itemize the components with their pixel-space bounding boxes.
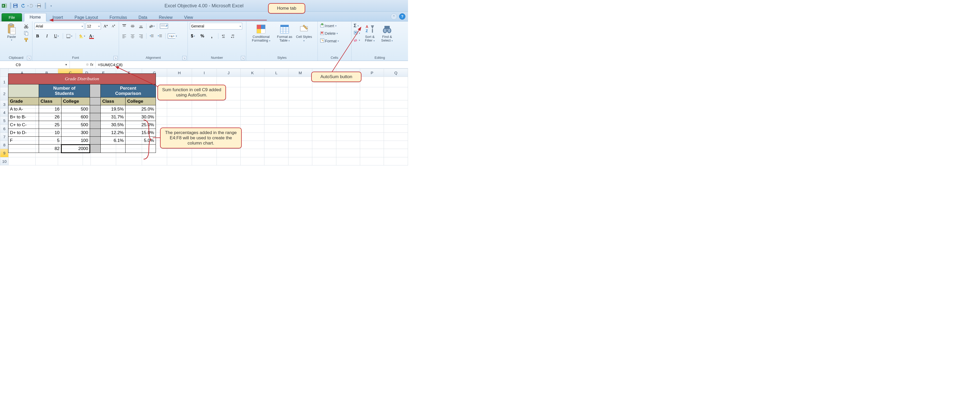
row-header-10[interactable]: 10 bbox=[0, 157, 9, 165]
cell-M7[interactable] bbox=[288, 133, 312, 141]
row-header-5[interactable]: 5 bbox=[0, 117, 9, 125]
cell-K9[interactable] bbox=[240, 149, 264, 157]
data-class-4[interactable]: 5 bbox=[39, 137, 62, 144]
cell-A10[interactable] bbox=[9, 157, 35, 165]
cell-H4[interactable] bbox=[167, 108, 192, 117]
data-grade-2[interactable]: C+ to C- bbox=[8, 121, 39, 129]
delete-cells-button[interactable]: Delete▾ bbox=[320, 30, 339, 36]
qat-customize-icon[interactable]: ▾ bbox=[49, 3, 53, 9]
cell-I10[interactable] bbox=[192, 157, 216, 165]
data-class-3[interactable]: 10 bbox=[39, 129, 62, 137]
cell-O9[interactable] bbox=[336, 149, 360, 157]
format-as-table-button[interactable]: Format as Table ▾ bbox=[274, 22, 295, 43]
cell-K3[interactable] bbox=[240, 100, 264, 108]
cell-L4[interactable] bbox=[264, 108, 288, 117]
cell-N6[interactable] bbox=[312, 125, 336, 133]
cell-P9[interactable] bbox=[360, 149, 384, 157]
data-college-2[interactable]: 500 bbox=[61, 121, 90, 129]
cell-N9[interactable] bbox=[312, 149, 336, 157]
cell-Q6[interactable] bbox=[384, 125, 408, 133]
cell-O10[interactable] bbox=[336, 157, 360, 165]
align-center-icon[interactable] bbox=[129, 33, 136, 39]
data-college-3[interactable]: 300 bbox=[61, 129, 90, 137]
minimize-ribbon-icon[interactable]: ^ bbox=[391, 13, 397, 20]
cell-P5[interactable] bbox=[360, 117, 384, 125]
cell-H5[interactable] bbox=[167, 117, 192, 125]
name-box[interactable]: C9 ▼ bbox=[0, 61, 70, 68]
cell-O4[interactable] bbox=[336, 108, 360, 117]
row-header-4[interactable]: 4 bbox=[0, 108, 9, 117]
cell-J3[interactable] bbox=[216, 100, 240, 108]
alignment-launcher-icon[interactable]: ↘ bbox=[182, 56, 186, 60]
cell-P10[interactable] bbox=[360, 157, 384, 165]
data-grade-1[interactable]: B+ to B- bbox=[8, 113, 39, 121]
data-college-0[interactable]: 500 bbox=[61, 105, 90, 113]
wrap-text-icon[interactable] bbox=[159, 23, 169, 29]
data-pct-class-4[interactable]: 6.1% bbox=[101, 137, 126, 144]
cell-I9[interactable] bbox=[192, 149, 216, 157]
column-header-I[interactable]: I bbox=[192, 69, 216, 77]
column-header-Q[interactable]: Q bbox=[384, 69, 408, 77]
cell-Q7[interactable] bbox=[384, 133, 408, 141]
redo-icon[interactable] bbox=[28, 3, 34, 9]
data-college-1[interactable]: 600 bbox=[61, 113, 90, 121]
clear-button[interactable]: ▾ bbox=[353, 38, 360, 43]
copy-icon[interactable] bbox=[23, 30, 29, 36]
cell-Q10[interactable] bbox=[384, 157, 408, 165]
tab-view[interactable]: View bbox=[179, 14, 198, 21]
cell-N7[interactable] bbox=[312, 133, 336, 141]
paste-dropdown-icon[interactable]: ▾ bbox=[11, 39, 12, 41]
tab-formulas[interactable]: Formulas bbox=[104, 14, 132, 21]
cell-M8[interactable] bbox=[288, 141, 312, 149]
cell-D10[interactable] bbox=[83, 157, 91, 165]
cell-N10[interactable] bbox=[312, 157, 336, 165]
cell-N3[interactable] bbox=[312, 100, 336, 108]
cell-H10[interactable] bbox=[167, 157, 192, 165]
cell-Q8[interactable] bbox=[384, 141, 408, 149]
cell-M3[interactable] bbox=[288, 100, 312, 108]
merge-center-icon[interactable]: a bbox=[168, 33, 177, 39]
insert-cells-button[interactable]: Insert▾ bbox=[320, 23, 339, 29]
cell-P8[interactable] bbox=[360, 141, 384, 149]
column-header-L[interactable]: L bbox=[264, 69, 288, 77]
cell-I3[interactable] bbox=[192, 100, 216, 108]
cell-O7[interactable] bbox=[336, 133, 360, 141]
cell-M4[interactable] bbox=[288, 108, 312, 117]
find-select-button[interactable]: Find & Select ▾ bbox=[380, 22, 395, 43]
percent-format-icon[interactable]: % bbox=[199, 33, 205, 39]
cell-M5[interactable] bbox=[288, 117, 312, 125]
cell-L6[interactable] bbox=[264, 125, 288, 133]
decrease-indent-icon[interactable] bbox=[148, 33, 155, 39]
data-pct-class-0[interactable]: 19.5% bbox=[101, 105, 126, 113]
cell-B10[interactable] bbox=[35, 157, 58, 165]
align-middle-icon[interactable] bbox=[129, 23, 136, 29]
font-name-combo[interactable]: Arial▾ bbox=[35, 23, 84, 30]
number-format-combo[interactable]: General▾ bbox=[190, 23, 242, 30]
cell-K5[interactable] bbox=[240, 117, 264, 125]
data-pct-college-0[interactable]: 25.0% bbox=[126, 105, 156, 113]
cell-Q3[interactable] bbox=[384, 100, 408, 108]
cell-P7[interactable] bbox=[360, 133, 384, 141]
cell-styles-button[interactable]: Cell Styles ▾ bbox=[296, 22, 312, 43]
decrease-font-icon[interactable]: A▾ bbox=[110, 23, 117, 29]
data-class-0[interactable]: 16 bbox=[39, 105, 62, 113]
cell-K1[interactable] bbox=[240, 77, 264, 87]
cell-O6[interactable] bbox=[336, 125, 360, 133]
row-header-2[interactable]: 2 bbox=[0, 87, 9, 100]
cell-L7[interactable] bbox=[264, 133, 288, 141]
row-header-8[interactable]: 8 bbox=[0, 141, 9, 149]
font-color-button[interactable]: A bbox=[88, 33, 95, 39]
cell-J4[interactable] bbox=[216, 108, 240, 117]
cell-P1[interactable] bbox=[360, 77, 384, 87]
formula-input[interactable]: =SUM(C4:C8) bbox=[96, 62, 408, 67]
cell-K8[interactable] bbox=[240, 141, 264, 149]
column-header-P[interactable]: P bbox=[360, 69, 384, 77]
cell-J10[interactable] bbox=[216, 157, 240, 165]
fx-icon[interactable]: fx bbox=[90, 62, 93, 67]
align-left-icon[interactable] bbox=[121, 33, 127, 39]
cell-O5[interactable] bbox=[336, 117, 360, 125]
column-header-H[interactable]: H bbox=[167, 69, 192, 77]
cell-I5[interactable] bbox=[192, 117, 216, 125]
font-launcher-icon[interactable]: ↘ bbox=[113, 56, 118, 60]
font-size-combo[interactable]: 12▾ bbox=[86, 23, 101, 30]
